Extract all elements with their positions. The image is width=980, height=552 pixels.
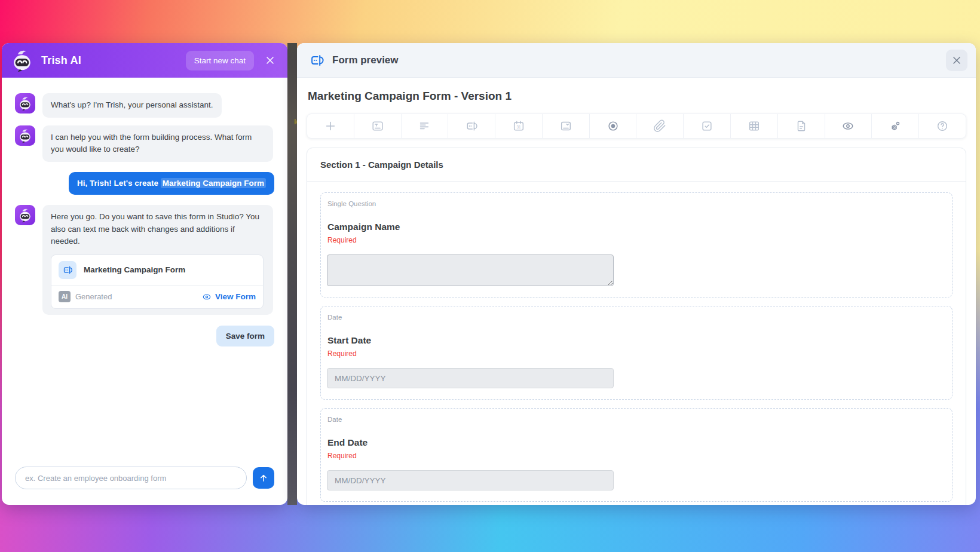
- question-type-label: Single Question: [327, 200, 946, 207]
- trish-ai-chat-panel: Trish AI Start new chat What's up? I'm T…: [2, 43, 287, 505]
- toolbar-dropdown-button[interactable]: [543, 114, 590, 138]
- trish-avatar: [15, 205, 35, 225]
- backdrop-strip: k: [287, 43, 297, 505]
- radio-icon: [607, 119, 620, 133]
- required-label: Required: [327, 236, 946, 244]
- document-icon: [795, 119, 808, 133]
- bot-message-bubble: What's up? I'm Trish, your personal assi…: [42, 93, 222, 118]
- chat-messages-area: What's up? I'm Trish, your personal assi…: [2, 78, 287, 458]
- question-mark-icon: [936, 119, 949, 133]
- user-message-text: Hi, Trish! Let's create: [77, 179, 161, 188]
- required-label: Required: [327, 452, 946, 460]
- required-label: Required: [327, 349, 946, 358]
- form-builder-toolbar: 31: [307, 114, 966, 139]
- plus-icon: [324, 119, 337, 133]
- dropdown-icon: [559, 119, 572, 133]
- checkbox-icon: [700, 119, 713, 133]
- form-version-title: Marketing Campaign Form - Version 1: [308, 90, 966, 103]
- toolbar-preview-button[interactable]: [825, 114, 872, 138]
- toolbar-add-button[interactable]: [307, 114, 354, 138]
- campaign-name-textarea[interactable]: [327, 254, 614, 286]
- close-icon: [951, 54, 963, 66]
- bot-message: What's up? I'm Trish, your personal assi…: [15, 93, 274, 118]
- bot-message: I can help you with the form building pr…: [15, 125, 274, 162]
- preview-body: Marketing Campaign Form - Version 1 31: [297, 78, 976, 505]
- question-title: Campaign Name: [327, 222, 946, 232]
- quick-reply-row: Save form: [15, 326, 274, 346]
- toolbar-attachment-button[interactable]: [636, 114, 684, 138]
- chat-message-input[interactable]: [15, 467, 247, 489]
- bot-message-text: Here you go. Do you want to save this fo…: [51, 212, 259, 246]
- gear-icon: [889, 119, 902, 133]
- generated-form-card[interactable]: Marketing Campaign Form AI Generated Vie…: [51, 254, 264, 309]
- svg-text:31: 31: [516, 125, 521, 129]
- toolbar-checkbox-button[interactable]: [684, 114, 731, 138]
- short-text-icon: [371, 119, 384, 133]
- question-type-label: Date: [327, 314, 946, 321]
- calendar-icon: 31: [512, 119, 525, 133]
- form-section-card: Section 1 - Campaign Details Single Ques…: [307, 148, 966, 505]
- paragraph-icon: [418, 119, 431, 133]
- user-message-highlight: Marketing Campaign Form: [161, 178, 266, 188]
- start-new-chat-button[interactable]: Start new chat: [186, 51, 254, 70]
- paperclip-icon: [653, 119, 666, 133]
- toolbar-table-button[interactable]: [731, 114, 778, 138]
- chat-input-bar: [2, 458, 287, 505]
- start-date-input[interactable]: [327, 368, 614, 388]
- view-form-button[interactable]: View Form: [202, 292, 256, 302]
- trish-avatar: [15, 93, 35, 114]
- trish-robot-logo-icon: [9, 47, 35, 73]
- arrow-up-icon: [258, 473, 269, 483]
- form-card-header: Marketing Campaign Form: [51, 255, 263, 285]
- section-body: Single Question Campaign Name Required D…: [307, 182, 966, 505]
- chat-panel-title: Trish AI: [41, 54, 81, 67]
- form-icon: [59, 261, 76, 279]
- user-message-bubble: Hi, Trish! Let's create Marketing Campai…: [69, 172, 274, 195]
- user-message: Hi, Trish! Let's create Marketing Campai…: [15, 172, 274, 195]
- form-preview-panel: Form preview Marketing Campaign Form - V…: [297, 43, 976, 505]
- save-form-button[interactable]: Save form: [216, 326, 274, 346]
- toolbar-settings-button[interactable]: [872, 114, 919, 138]
- ai-badge: AI: [59, 291, 71, 302]
- end-date-input[interactable]: [327, 470, 614, 490]
- section-title: Section 1 - Campaign Details: [307, 148, 966, 182]
- bot-message-bubble: I can help you with the form building pr…: [42, 125, 273, 162]
- question-block-start-date[interactable]: Date Start Date Required: [320, 306, 953, 400]
- preview-panel-title: Form preview: [332, 54, 399, 66]
- toolbar-short-text-button[interactable]: [354, 114, 402, 138]
- bot-message-bubble: Here you go. Do you want to save this fo…: [42, 205, 273, 314]
- chat-close-button[interactable]: [260, 50, 280, 70]
- toolbar-help-button[interactable]: [919, 114, 966, 138]
- chat-header: Trish AI Start new chat: [2, 43, 287, 78]
- toolbar-paragraph-button[interactable]: [402, 114, 449, 138]
- toolbar-document-button[interactable]: [778, 114, 825, 138]
- generated-status-label: Generated: [75, 291, 112, 303]
- preview-header: Form preview: [297, 43, 976, 78]
- toolbar-date-button[interactable]: 31: [495, 114, 543, 138]
- toolbar-input-field-button[interactable]: [448, 114, 495, 138]
- close-icon: [264, 54, 276, 66]
- form-card-footer: AI Generated View Form: [51, 285, 263, 308]
- send-message-button[interactable]: [253, 467, 274, 489]
- trish-avatar: [15, 125, 35, 146]
- form-icon: [309, 53, 324, 68]
- view-form-label: View Form: [215, 292, 256, 301]
- question-type-label: Date: [327, 416, 946, 423]
- toolbar-radio-button[interactable]: [590, 114, 637, 138]
- question-title: Start Date: [327, 335, 946, 346]
- input-field-icon: [465, 119, 478, 133]
- eye-icon: [202, 292, 212, 302]
- preview-close-button[interactable]: [946, 50, 967, 71]
- question-block-campaign-name[interactable]: Single Question Campaign Name Required: [320, 192, 953, 298]
- question-block-end-date[interactable]: Date End Date Required: [320, 408, 953, 502]
- table-grid-icon: [748, 119, 761, 133]
- form-card-title: Marketing Campaign Form: [84, 264, 185, 277]
- question-title: End Date: [327, 437, 946, 448]
- bot-message: Here you go. Do you want to save this fo…: [15, 205, 274, 314]
- eye-icon: [841, 119, 855, 133]
